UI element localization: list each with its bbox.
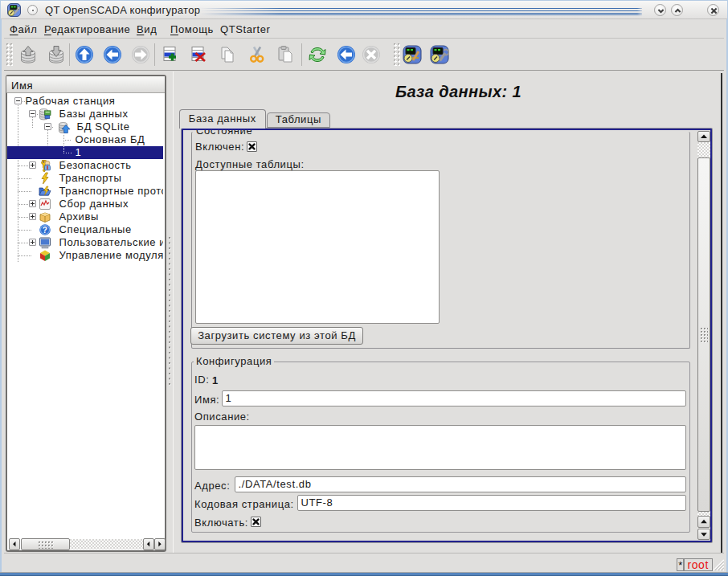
svg-text:?: ? [42, 226, 47, 235]
